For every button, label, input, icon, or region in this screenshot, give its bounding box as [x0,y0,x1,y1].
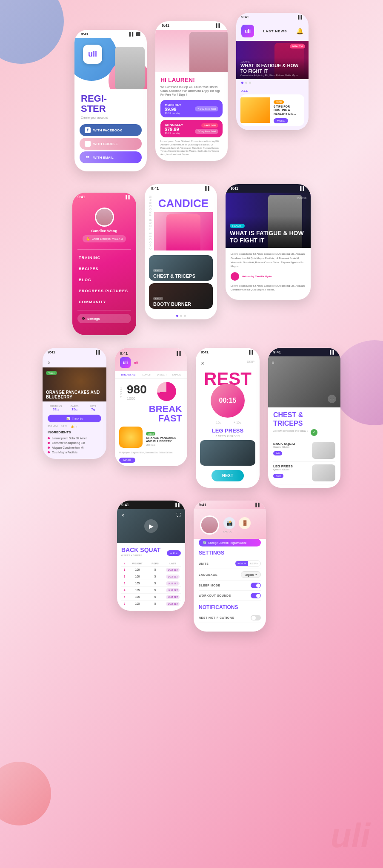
macro-row: PROTEINS 32g CARBS 15g FATS 7g [48,405,101,411]
nutrition-header: 9:41 ▌▌ uli uli [115,348,187,371]
tab-dinner[interactable]: DINNER [157,373,166,376]
last-set-btn[interactable]: LAST SET [166,602,180,606]
dot-indicator [249,82,251,84]
change-icon: 🔄 [203,541,206,544]
exercise-item-1[interactable]: BACK SQUAT Quads, Glutes 4x8 [273,439,335,462]
google-button[interactable]: G WITH GOOGLE [80,138,142,150]
facebook-button[interactable]: f WITH FACEBOOK [80,124,142,136]
monthly-plan-card[interactable]: MONTHLY $9.99 $0.33 per day 7-Day Free T… [160,100,223,117]
last-news-label: LAST NEWS [263,29,287,33]
sleep-toggle[interactable] [251,583,261,588]
news-main-image: HEALTH 10/08/19 WHAT IS FATIGUE & HOW TO… [236,41,309,79]
dumbbell-icon: 💪 [86,237,90,241]
recipe-meta: 250 kCal 10' 3' 👍 73 [48,425,101,428]
track-button[interactable]: 📊 Track In [48,415,101,422]
dot-indicator [245,82,247,84]
time: 9:41 [231,186,238,191]
last-set-btn[interactable]: LAST SET [166,581,180,586]
tab-snack[interactable]: SNACK [172,373,181,376]
dot-indicator [241,82,243,84]
sidebar-item-community[interactable]: COMMUNITY [72,296,136,307]
email-button[interactable]: ✉ WITH EMAIL [80,151,142,163]
ingredient-text: Quis Magna Facilisis [52,451,77,454]
fullscreen-icon[interactable]: ⛶ [177,512,181,517]
likes-value: 👍 73 [71,425,77,428]
last-set: LAST SET [165,568,181,571]
next-button[interactable]: NEXT [212,470,244,481]
bullet [48,451,50,453]
status-bar: 9:41 ▌▌ [72,193,136,201]
article-hero: 10/08/19 HEALTH WHAT IS FATIGUE & HOW TO… [226,193,311,248]
vegan-badge: Vegan [146,432,155,435]
bookmark-icon[interactable]: ⋯ [328,395,336,403]
sounds-toggle[interactable] [251,593,261,598]
sidebar-item-blog[interactable]: BLOG [72,274,136,285]
edit-button[interactable]: ✏ Edit [167,550,181,556]
weight-val: 105 [129,602,146,605]
last-set-btn[interactable]: LAST SET [166,595,180,599]
exercise-item-2[interactable]: LEG PRESS Quads, Glutes 4x30 [273,462,335,484]
settings-button[interactable]: ⚙ Settings [77,314,131,323]
bullet [48,437,50,439]
play-button[interactable]: ▶ [144,519,158,533]
dot [184,315,186,317]
set-num: 3 [121,582,128,585]
minus-btn[interactable]: - 10s [214,421,221,424]
recipe-hero: Vegan ORANGE PANCAKES AND BLUEBERRY [43,367,106,401]
program-card-2[interactable]: Lvl 2 BOOTY BURNER [149,283,213,309]
more-button[interactable]: MORE [119,458,135,463]
article-body-text-2: Lorem Ipsum Dolor Sit Amet, Consectetur … [231,284,306,292]
bullet [48,447,50,449]
signal: ▌▌ [330,350,335,354]
last-set-btn[interactable]: LAST SET [166,575,180,579]
food-image [240,97,270,123]
language-select[interactable]: English ▾ [241,571,261,578]
bell-icon[interactable]: 🔔 [296,28,303,34]
tab-lunch[interactable]: LUNCH [143,373,151,376]
program-card-1[interactable]: Lvl 1 CHEST & TRICEPS [149,255,213,281]
unit-kg[interactable]: KG/CM [235,561,248,566]
settings-hero: 📸 🚪 LAG OUT [194,509,266,539]
level-badge: Lvl 1 [153,269,163,272]
signal: ▌▌ [177,351,182,356]
tab-breakfast[interactable]: BREAKFAST [121,373,137,376]
close-button[interactable]: × [43,356,106,367]
sidebar-item-recipes[interactable]: RECIPES [72,263,136,274]
email-icon: ✉ [85,154,91,160]
logout-icon[interactable]: 🚪 [239,517,251,529]
change-program-button[interactable]: 🔄 Change Current Program/week [199,539,261,546]
sidebar-item-training[interactable]: TRAINING [72,252,136,263]
author-avatar [231,272,239,281]
time: 9:41 [241,15,249,19]
unit-lbs[interactable]: LBS/IN [248,561,260,566]
user-avatar [200,515,219,535]
backsquat-screen: 9:41 ▌▌ × ▶ ⛶ BACK SQUAT 6 SETS X 5 REPS… [117,501,185,611]
workout-sounds-row: WORKOUT SOUNDS [199,591,261,601]
rest-notif-label: REST NOTIFICATIONS [199,616,234,619]
last-set-btn[interactable]: LAST SET [166,588,180,592]
food-card[interactable]: FOOD 6 TIPS FOR HOSTING A HEALTHY DIN...… [240,94,304,126]
plan-price: $79.99 [165,127,183,132]
units-toggle[interactable]: KG/CM LBS/IN [235,561,261,566]
time: 9:41 [121,503,129,507]
camera-icon[interactable]: 📸 [223,517,235,529]
sidebar-item-progress[interactable]: PROGRESS PICTURES [72,285,136,296]
lauren-content: HI LAUREN! We Can't Wait To Help You Cru… [155,72,228,161]
close-button[interactable]: × [272,360,274,366]
close-button[interactable]: × [201,360,204,367]
close-button[interactable]: × [121,512,124,518]
annually-plan-card[interactable]: ANNUALLY $79.99 $0.22 per day SAVE 50% 7… [160,120,223,137]
macro-fats: FATS 7g [85,405,101,411]
last-set-btn[interactable]: LAST SET [166,568,180,572]
more-button[interactable]: MORE [274,118,288,123]
news-screen: 9:41 ▌▌ uli LAST NEWS 🔔 HEALTH 10/08/19 … [236,13,309,130]
bg-decoration-coral [0,762,51,825]
card-content: Lvl 2 BOOTY BURNER [153,293,191,307]
rest-notif-toggle[interactable] [251,615,261,620]
skip-label[interactable]: SKIP [247,360,254,367]
weight-val: 105 [129,582,146,585]
news-caption: Consectetur Adipiscing Elit, Etiam Pulvi… [240,74,304,77]
plus-btn[interactable]: + 10s [234,421,241,424]
calorie-ring [157,382,176,401]
last-set: LAST SET [165,602,181,605]
